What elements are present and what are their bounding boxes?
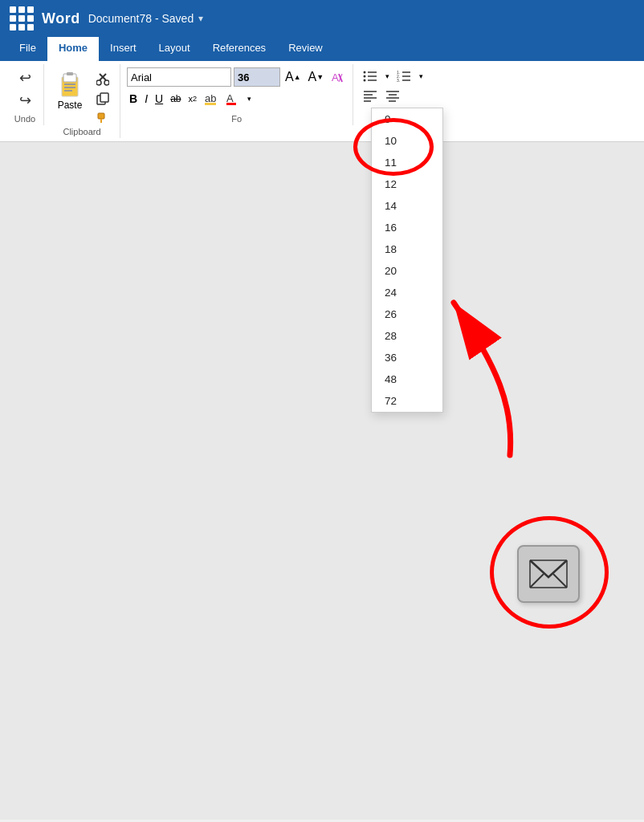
title-chevron-icon[interactable]: ▾ <box>198 13 203 24</box>
font-size-option[interactable]: 72 <box>372 390 442 412</box>
strikethrough-button[interactable]: ab <box>168 89 183 108</box>
arrow-annotation <box>0 142 644 820</box>
font-size-option[interactable]: 18 <box>372 238 442 260</box>
svg-rect-20 <box>226 103 236 105</box>
cut-icon <box>96 72 109 87</box>
align-left-icon <box>363 89 377 102</box>
align-center-icon <box>385 89 400 102</box>
svg-point-9 <box>104 80 109 85</box>
redo-button[interactable]: ↪ <box>13 90 37 111</box>
tab-layout[interactable]: Layout <box>148 37 202 61</box>
subscript-button[interactable]: x2 <box>186 89 200 108</box>
para-row-2 <box>360 87 426 104</box>
ribbon-body: ↩ ↪ Undo Paste <box>0 61 644 142</box>
grow-font-button[interactable]: A▲ <box>283 67 304 87</box>
svg-point-26 <box>364 79 366 82</box>
bullet-list-button[interactable] <box>360 67 381 85</box>
copy-icon <box>96 92 109 105</box>
clear-format-button[interactable]: A <box>328 67 346 87</box>
font-group-label: Fo <box>231 114 242 125</box>
font-size-option[interactable]: 28 <box>372 325 442 347</box>
font-size-option[interactable]: 26 <box>372 303 442 325</box>
clipboard-group-label: Clipboard <box>63 127 100 138</box>
svg-text:A: A <box>332 71 339 83</box>
cut-button[interactable] <box>92 71 113 88</box>
font-group: A▲ A▼ A B I U ab x2 <box>120 64 353 125</box>
font-size-option[interactable]: 10 <box>372 130 442 152</box>
bullet-list-icon <box>362 69 378 83</box>
italic-button[interactable]: I <box>142 89 150 108</box>
font-color-icon: A <box>226 92 240 105</box>
svg-rect-5 <box>64 90 72 92</box>
mail-icon <box>529 560 568 588</box>
svg-rect-11 <box>100 93 108 102</box>
font-size-input[interactable] <box>234 67 280 87</box>
clipboard-group: Paste <box>44 64 120 138</box>
font-size-dropdown[interactable]: 910111214161820242628364872 <box>371 108 443 413</box>
app-grid-icon[interactable] <box>10 6 34 31</box>
svg-text:A: A <box>226 92 234 104</box>
undo-button[interactable]: ↩ <box>13 67 37 88</box>
paste-icon <box>57 71 83 100</box>
numbered-list-button[interactable]: 1. 2. 3. <box>393 67 414 85</box>
svg-point-24 <box>364 71 366 74</box>
font-size-option[interactable]: 9 <box>372 108 442 130</box>
font-size-option[interactable]: 16 <box>372 217 442 238</box>
app-name: Word <box>42 10 80 27</box>
align-left-button[interactable] <box>360 87 381 104</box>
svg-rect-2 <box>67 72 73 75</box>
svg-point-8 <box>96 80 101 85</box>
font-size-option[interactable]: 48 <box>372 368 442 390</box>
font-row-1: A▲ A▼ A <box>127 67 346 87</box>
bullet-list-dropdown[interactable]: ▾ <box>382 67 392 85</box>
document-area[interactable] <box>0 142 644 820</box>
font-color-dropdown[interactable]: ▾ <box>245 89 254 108</box>
clear-format-icon: A <box>331 71 344 83</box>
undo-group-label: Undo <box>14 114 35 125</box>
align-center-button[interactable] <box>382 87 403 104</box>
doc-title: Document78 - Saved ▾ <box>88 12 204 25</box>
ribbon-tabs: File Home Insert Layout References Revie… <box>0 37 644 61</box>
clipboard-sub-buttons <box>92 71 113 127</box>
highlight-icon: ab <box>204 92 218 105</box>
tab-insert[interactable]: Insert <box>99 37 148 61</box>
svg-rect-18 <box>205 103 216 105</box>
font-size-option[interactable]: 24 <box>372 282 442 303</box>
tab-home[interactable]: Home <box>47 37 99 61</box>
font-color-button[interactable]: A <box>223 89 243 108</box>
tab-references[interactable]: References <box>202 37 277 61</box>
svg-rect-12 <box>98 113 104 119</box>
svg-point-25 <box>364 75 366 78</box>
numbered-list-icon: 1. 2. 3. <box>396 69 412 83</box>
font-row-2: B I U ab x2 ab A <box>127 89 254 108</box>
format-painter-button[interactable] <box>92 109 113 127</box>
highlight-button[interactable]: ab <box>202 89 221 108</box>
numbered-list-dropdown[interactable]: ▾ <box>416 67 426 85</box>
svg-text:3.: 3. <box>397 78 400 83</box>
shrink-font-button[interactable]: A▼ <box>306 67 327 87</box>
font-name-input[interactable] <box>127 67 231 87</box>
svg-text:ab: ab <box>205 92 216 104</box>
undo-group: ↩ ↪ Undo <box>6 64 44 125</box>
font-size-option[interactable]: 14 <box>372 195 442 217</box>
undo-buttons: ↩ ↪ <box>13 64 37 114</box>
paste-button[interactable]: Paste <box>51 67 89 114</box>
tab-review[interactable]: Review <box>277 37 334 61</box>
paste-label: Paste <box>58 100 83 111</box>
bold-button[interactable]: B <box>127 89 140 108</box>
svg-rect-3 <box>64 83 75 85</box>
mail-button[interactable] <box>517 545 580 603</box>
font-size-option[interactable]: 36 <box>372 347 442 368</box>
font-size-option[interactable]: 12 <box>372 173 442 195</box>
font-size-option[interactable]: 11 <box>372 152 442 173</box>
format-painter-icon <box>96 112 109 124</box>
copy-button[interactable] <box>92 90 113 108</box>
underline-button[interactable]: U <box>153 89 165 108</box>
tab-file[interactable]: File <box>8 37 47 61</box>
clipboard-content: Paste <box>51 64 113 127</box>
font-controls: A▲ A▼ A B I U ab x2 <box>127 64 346 114</box>
font-size-option[interactable]: 20 <box>372 260 442 282</box>
para-row-1: ▾ 1. 2. 3. ▾ <box>360 67 426 85</box>
svg-rect-4 <box>64 87 75 88</box>
title-bar: Word Document78 - Saved ▾ <box>0 0 644 37</box>
